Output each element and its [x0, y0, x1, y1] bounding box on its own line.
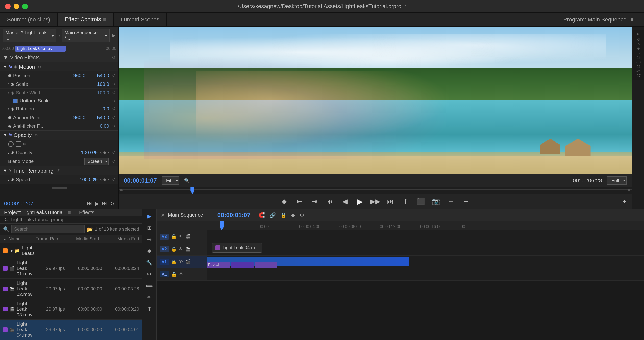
- blend-mode-select[interactable]: Screen: [84, 158, 109, 165]
- motion-expand[interactable]: ▼: [3, 65, 7, 69]
- maximize-button[interactable]: [22, 4, 28, 9]
- v2-lock[interactable]: 🔒: [171, 246, 177, 252]
- col-start-header[interactable]: Media Start: [61, 236, 99, 242]
- scale-width-expand[interactable]: ›: [8, 91, 9, 95]
- opacity-expand[interactable]: ▼: [3, 133, 7, 137]
- opacity-prop-reset[interactable]: ↺: [112, 150, 115, 155]
- tl-tool-magnet[interactable]: 🧲: [258, 211, 266, 219]
- tab-program-menu[interactable]: ≡: [630, 16, 634, 23]
- rotation-reset[interactable]: ↺: [112, 106, 115, 111]
- v3-eye[interactable]: 👁: [179, 234, 183, 239]
- opacity-stopwatch[interactable]: ◉: [11, 150, 14, 155]
- trim-in[interactable]: ⊣: [447, 197, 456, 206]
- tool-track-select[interactable]: ⊞: [144, 223, 155, 233]
- tool-wrench[interactable]: 🔧: [144, 258, 155, 268]
- out-point-button[interactable]: ⇥: [310, 197, 319, 206]
- close-button[interactable]: [5, 4, 11, 9]
- file-item-2[interactable]: 🎬Light Leak 02.mov29.97 fps00:00:00:0000…: [0, 279, 142, 299]
- timecode-current[interactable]: 00:00:01:07: [124, 177, 157, 184]
- opacity-expand2[interactable]: ›: [8, 150, 9, 155]
- v1-cam[interactable]: 🎬: [185, 259, 191, 265]
- a1-content[interactable]: [207, 268, 644, 280]
- expand-arrow[interactable]: ▼: [3, 55, 8, 61]
- scale-value[interactable]: 100.0: [89, 81, 109, 87]
- tool-pen[interactable]: ✏: [144, 292, 155, 302]
- tab-effect-controls-menu-icon[interactable]: ≡: [103, 16, 106, 23]
- tool-ripple[interactable]: ⇿: [144, 234, 155, 244]
- v3-lock[interactable]: 🔒: [171, 234, 177, 239]
- anchor-stopwatch[interactable]: ◉: [8, 115, 12, 120]
- tool-marker[interactable]: ◆: [144, 246, 155, 256]
- lift-button[interactable]: ⬆: [401, 197, 410, 206]
- anti-flicker-value[interactable]: 0.00: [89, 123, 109, 129]
- v1-content[interactable]: Light Leak 04 m... Reveal: [207, 256, 644, 268]
- a1-eye[interactable]: 👁: [179, 272, 183, 277]
- tl-tool-link[interactable]: 🔗: [268, 211, 277, 219]
- current-time[interactable]: 00:00:01:07: [4, 200, 33, 207]
- scale-width-reset[interactable]: ↺: [112, 90, 115, 95]
- file-item-4[interactable]: 🎬Light Leak 04.mov29.97 fps00:00:00:0000…: [0, 320, 142, 340]
- timeline-playhead-marker[interactable]: [220, 221, 224, 230]
- opacity-add-keyframe[interactable]: ◆: [103, 150, 106, 155]
- rect-mask-tool[interactable]: [16, 141, 21, 147]
- pen-mask-tool[interactable]: ✏: [23, 141, 29, 147]
- effects-tab[interactable]: Effects: [79, 210, 94, 215]
- tab-source[interactable]: Source: (no clips): [0, 13, 58, 26]
- tl-tool-settings[interactable]: ⚙: [299, 211, 305, 219]
- speed-keyframe-prev[interactable]: ‹: [100, 177, 102, 182]
- go-to-out-button[interactable]: ⏭: [386, 197, 395, 206]
- extract-button[interactable]: ⬛: [416, 197, 425, 206]
- col-end-header[interactable]: Media End: [101, 236, 139, 242]
- tab-program-monitor[interactable]: Program: Main Sequence ≡: [556, 13, 644, 26]
- master-clip-dropdown[interactable]: Master * Light Leak ... ▾: [3, 29, 56, 42]
- uniform-scale-checkbox[interactable]: [13, 99, 18, 103]
- opacity-keyframe-prev[interactable]: ‹: [100, 150, 102, 155]
- tl-tool-lock[interactable]: 🔒: [279, 211, 288, 219]
- project-menu-icon[interactable]: ≡: [68, 209, 71, 216]
- marker-button[interactable]: ◆: [280, 197, 289, 206]
- tab-effect-controls[interactable]: Effect Controls ≡: [58, 13, 114, 26]
- speed-keyframe-next[interactable]: ›: [108, 177, 109, 182]
- rotation-expand[interactable]: ›: [8, 107, 9, 111]
- scale-stopwatch[interactable]: ◉: [11, 82, 14, 87]
- anti-stopwatch[interactable]: ◉: [8, 124, 12, 128]
- add-media-button[interactable]: +: [623, 197, 627, 206]
- v1-lock[interactable]: 🔒: [171, 259, 177, 265]
- anchor-y[interactable]: 540.0: [89, 115, 109, 120]
- export-frame[interactable]: 📷: [431, 197, 440, 206]
- tool-slip[interactable]: ⟺: [144, 281, 155, 291]
- timeline-timecode[interactable]: 00:00:01:07: [217, 212, 251, 219]
- in-point-button[interactable]: ⇤: [295, 197, 304, 206]
- speed-reset[interactable]: ↺: [112, 177, 115, 182]
- a1-lock[interactable]: 🔒: [171, 272, 177, 277]
- quality-dropdown[interactable]: Full: [607, 176, 627, 185]
- timeline-menu-icon[interactable]: ≡: [206, 212, 209, 218]
- scroll-thumb[interactable]: [52, 187, 67, 189]
- scale-width-stopwatch[interactable]: ◉: [11, 90, 14, 95]
- time-ctrl-step-fwd[interactable]: ⏭: [102, 201, 107, 206]
- time-remap-reset[interactable]: ↺: [56, 168, 60, 173]
- speed-stopwatch[interactable]: ◉: [11, 177, 14, 182]
- speed-add-keyframe[interactable]: ◆: [103, 177, 106, 182]
- time-ctrl-loop[interactable]: ↻: [110, 201, 114, 207]
- ellipse-mask-tool[interactable]: [8, 141, 14, 147]
- new-folder-icon[interactable]: 📂: [87, 226, 93, 232]
- v2-cam[interactable]: 🎬: [185, 246, 191, 252]
- playhead-indicator[interactable]: [190, 187, 194, 194]
- position-stopwatch[interactable]: ◉: [8, 73, 12, 78]
- v2-content[interactable]: [207, 243, 644, 255]
- v3-content[interactable]: [207, 230, 644, 243]
- search-input[interactable]: [11, 225, 85, 233]
- fit-dropdown[interactable]: Fit: [162, 176, 179, 185]
- tl-tool-marker[interactable]: ◆: [290, 211, 296, 219]
- play-button[interactable]: ▶: [356, 197, 365, 206]
- tool-razor[interactable]: ✂: [144, 269, 155, 279]
- opacity-value-display[interactable]: 100.0 %: [78, 150, 98, 155]
- tool-select[interactable]: ▶: [144, 211, 155, 221]
- progress-bar[interactable]: [119, 187, 632, 194]
- scale-expand[interactable]: ›: [8, 82, 9, 87]
- speed-expand[interactable]: ›: [8, 177, 9, 182]
- scale-reset[interactable]: ↺: [112, 82, 115, 87]
- anti-flicker-reset[interactable]: ↺: [112, 124, 115, 128]
- position-reset[interactable]: ↺: [112, 73, 115, 78]
